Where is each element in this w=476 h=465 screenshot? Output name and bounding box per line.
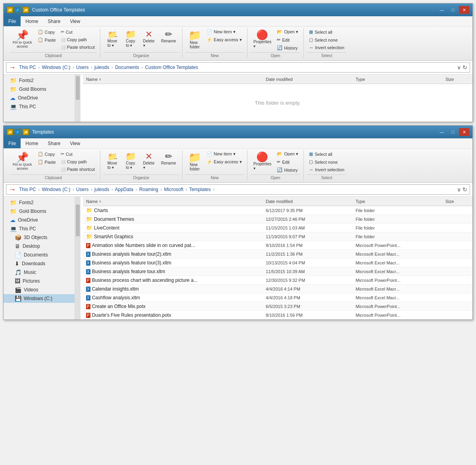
copypath-btn-1[interactable]: ⬜ Copy path (59, 36, 97, 43)
table-row[interactable]: P Business process chart with ascending … (83, 276, 472, 285)
minimize-btn-1[interactable]: — (437, 6, 447, 14)
properties-btn-1[interactable]: 🔴 Properties▾ (251, 28, 274, 50)
sidebar-item-downloads[interactable]: ⬇ Downloads (4, 259, 75, 268)
sidebar-item-videos[interactable]: 🎬 Videos (4, 285, 75, 294)
sidebar-item-3dobjects[interactable]: 📦 3D Objects (4, 233, 75, 242)
address-refresh-2[interactable]: ↻ (463, 186, 467, 193)
rename-btn-2[interactable]: ✏ Rename (158, 150, 179, 167)
cut-btn-1[interactable]: ✂ Cut (59, 28, 97, 36)
path-users-1[interactable]: Users (76, 65, 88, 70)
table-row[interactable]: 📁 LiveContent 11/15/2015 1:03 AM File fo… (83, 224, 472, 232)
copy-btn-2[interactable]: 📋 Copy (36, 150, 58, 158)
edit-btn-2[interactable]: ✏ Edit (275, 158, 300, 166)
path-roaming-2[interactable]: Roaming (139, 187, 158, 192)
sidebar-item-desktop[interactable]: 🖥 Desktop (4, 242, 75, 251)
pasteshortcut-btn-1[interactable]: ⬜ Paste shortcut (59, 44, 97, 51)
path-documents-1[interactable]: Documents (115, 65, 139, 70)
easyaccess-btn-1[interactable]: ⚡ Easy access ▾ (205, 36, 244, 44)
scrollbar-1[interactable] (75, 75, 81, 122)
menu-file-2[interactable]: File (4, 138, 21, 148)
table-row[interactable]: 📁 Document Themes 12/27/2015 2:46 PM Fil… (83, 215, 472, 224)
cut-btn-2[interactable]: ✂ Cut (59, 150, 97, 158)
menu-share-1[interactable]: Share (43, 16, 65, 26)
minimize-btn-2[interactable]: — (437, 128, 447, 136)
col-date-1[interactable]: Date modified (266, 77, 356, 82)
pin-to-quick-btn-1[interactable]: 📌 Pin to Quickaccess (10, 28, 35, 50)
newitem-btn-1[interactable]: 📄 New item ▾ (205, 28, 244, 36)
path-user-2[interactable]: julesds (94, 187, 109, 192)
history-btn-1[interactable]: 🔄 History (275, 44, 300, 52)
newitem-btn-2[interactable]: 📄 New item ▾ (205, 150, 244, 158)
maximize-btn-1[interactable]: □ (448, 6, 458, 14)
address-dropdown-1[interactable]: ∨ (457, 64, 461, 71)
copy-btn-1[interactable]: 📋 Copy (36, 28, 58, 36)
sidebar-item-music[interactable]: 🎵 Music (4, 268, 75, 277)
sidebar-item-pictures[interactable]: 🖼 Pictures (4, 277, 75, 285)
sidebar-item-goldblooms-2[interactable]: 📁 Gold Blooms (4, 207, 75, 216)
copyto-btn-1[interactable]: 📁 Copyto ▾ (122, 28, 139, 50)
moveto-btn-1[interactable]: 📁→ Moveto ▾ (104, 28, 121, 50)
easyaccess-btn-2[interactable]: ⚡ Easy access ▾ (205, 158, 244, 166)
close-btn-2[interactable]: ✕ (459, 128, 469, 136)
sidebar-item-thispc-1[interactable]: 💻 This PC (4, 102, 75, 111)
copyto-btn-2[interactable]: 📁 Copyto ▾ (122, 150, 139, 172)
newfolder-btn-1[interactable]: 📁 Newfolder (186, 28, 204, 51)
edit-btn-1[interactable]: ✏ Edit (275, 36, 300, 44)
table-row[interactable]: P Create an Office Mix.potx 6/5/2015 3:2… (83, 302, 472, 311)
path-users-2[interactable]: Users (76, 187, 88, 192)
moveto-btn-2[interactable]: 📁→ Moveto ▾ (104, 150, 121, 172)
sidebar-item-onedrive-2[interactable]: ☁ OneDrive (4, 216, 75, 224)
scrollbar-thumb-1[interactable] (76, 76, 80, 100)
table-row[interactable]: X Business analysis feature tour(3).xltm… (83, 258, 472, 267)
maximize-btn-2[interactable]: □ (448, 128, 458, 136)
path-thispc-2[interactable]: This PC (19, 187, 36, 192)
address-path-1[interactable]: This PC › Windows (C:) › Users › julesds… (19, 65, 457, 70)
path-templates-2[interactable]: Templates (189, 187, 211, 192)
copypath-btn-2[interactable]: ⬜ Copy path (59, 158, 97, 165)
col-size-2[interactable]: Size (445, 199, 469, 204)
path-microsoft-2[interactable]: Microsoft (164, 187, 184, 192)
sidebar-item-onedrive-1[interactable]: ☁ OneDrive (4, 94, 75, 102)
paste-btn-2[interactable]: 📋 Paste (36, 158, 58, 166)
menu-share-2[interactable]: Share (43, 138, 65, 148)
pin-to-quick-btn-2[interactable]: 📌 Pin to Quickaccess (10, 150, 35, 172)
properties-btn-2[interactable]: 🔴 Properties▾ (251, 150, 274, 172)
selectnone-btn-1[interactable]: ▢ Select none (307, 36, 346, 44)
menu-file-1[interactable]: File (4, 16, 21, 26)
table-row[interactable]: P Animation slide Numbers slide in on cu… (83, 241, 472, 250)
col-type-1[interactable]: Type (356, 77, 446, 82)
address-refresh-1[interactable]: ↻ (463, 64, 467, 71)
sidebar-item-fonts2-1[interactable]: 📁 Fonts2 (4, 76, 75, 85)
menu-home-1[interactable]: Home (21, 16, 43, 26)
sidebar-item-goldblooms-1[interactable]: 📁 Gold Blooms (4, 85, 75, 94)
path-appdata-2[interactable]: AppData (115, 187, 133, 192)
path-folder-1[interactable]: Custom Office Templates (145, 65, 198, 70)
col-type-2[interactable]: Type (356, 199, 446, 204)
scrollbar-thumb-2[interactable] (76, 205, 80, 236)
path-user-1[interactable]: julesds (94, 65, 109, 70)
table-row[interactable]: P Duarte's Five Rules presentation.potx … (83, 311, 472, 320)
delete-btn-1[interactable]: ✕ Delete▾ (140, 28, 157, 50)
col-name-2[interactable]: Name ∧ (86, 199, 266, 204)
address-path-2[interactable]: This PC › Windows (C:) › Users › julesds… (19, 187, 457, 192)
table-row[interactable]: X Calendar insights.xltm 4/4/2016 4:14 P… (83, 285, 472, 293)
open-btn-1[interactable]: 📂 Open ▾ (275, 28, 300, 36)
table-row[interactable]: X Business analysis feature tour.xltm 11… (83, 267, 472, 276)
sidebar-item-thispc-2[interactable]: 💻 This PC (4, 224, 75, 233)
open-btn-2[interactable]: 📂 Open ▾ (275, 150, 300, 158)
delete-btn-2[interactable]: ✕ Delete▾ (140, 150, 157, 172)
history-btn-2[interactable]: 🔄 History (275, 166, 300, 174)
pasteshortcut-btn-2[interactable]: ⬜ Paste shortcut (59, 166, 97, 173)
paste-btn-1[interactable]: 📋 Paste (36, 36, 58, 44)
path-windows-1[interactable]: Windows (C:) (42, 65, 70, 70)
selectall-btn-1[interactable]: ▦ Select all (307, 28, 346, 36)
invertselection-btn-2[interactable]: ↔ Invert selection (307, 166, 346, 173)
selectnone-btn-2[interactable]: ▢ Select none (307, 158, 346, 166)
table-row[interactable]: X Business analysis feature tour(2).xltm… (83, 250, 472, 258)
selectall-btn-2[interactable]: ▦ Select all (307, 150, 346, 158)
newfolder-btn-2[interactable]: 📁 Newfolder (186, 150, 204, 173)
menu-view-2[interactable]: View (65, 138, 85, 148)
menu-view-1[interactable]: View (65, 16, 85, 26)
invertselection-btn-1[interactable]: ↔ Invert selection (307, 44, 346, 51)
path-windows-2[interactable]: Windows (C:) (42, 187, 70, 192)
